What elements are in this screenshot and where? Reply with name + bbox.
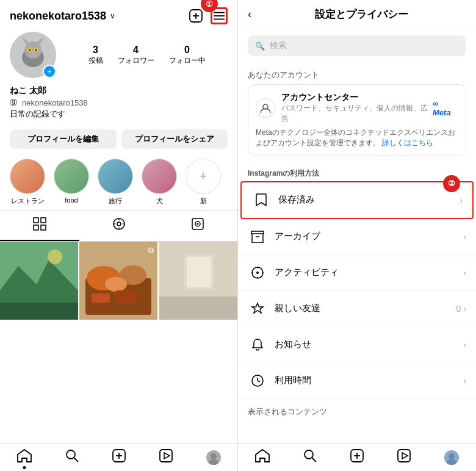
svg-point-15 (32, 52, 34, 54)
activity-chevron: › (463, 268, 466, 278)
svg-point-37 (105, 277, 127, 292)
right-header: ‹ 設定とプライバシー (238, 0, 476, 29)
account-center-title: アカウントセンター (281, 92, 433, 103)
highlight-circle-food (54, 159, 89, 194)
bell-icon (248, 335, 267, 354)
account-center-link[interactable]: 詳しくはこちら (382, 138, 433, 147)
highlight-travel[interactable]: 旅行 (98, 159, 133, 206)
highlight-add-new[interactable]: + 新 (186, 159, 221, 206)
nav-profile-left[interactable] (206, 450, 221, 465)
right-nav-search[interactable] (303, 449, 317, 466)
svg-rect-16 (34, 218, 38, 223)
close-friends-label-text: 親しい友達 (275, 303, 456, 314)
account-center-desc: Metaのテクノロジー全体のコネクテッドエクスペリエンスおよびアカウント設定を管… (256, 128, 458, 148)
back-button[interactable]: ‹ (248, 8, 251, 21)
account-center-subtitle: パスワード、セキュリティ、個人の情報、広告 (281, 103, 433, 124)
grid-cell-2[interactable]: ⧉ (79, 242, 157, 320)
tagged-icon (191, 217, 204, 234)
reels-tab-icon (112, 217, 126, 234)
activity-label-text: アクティビティ (275, 267, 463, 278)
tab-grid[interactable] (0, 211, 79, 241)
bio-text: 日常の記録です (10, 109, 228, 120)
svg-rect-42 (159, 297, 237, 320)
settings-item-notifications[interactable]: お知らせ › (238, 327, 476, 363)
profile-header: nekonekotaro1538 ∨ ① (0, 0, 237, 27)
right-nav-reels[interactable] (397, 449, 411, 466)
settings-item-saved[interactable]: 保存済み › ② (240, 181, 474, 219)
username-chevron[interactable]: ∨ (110, 12, 115, 20)
avatar-add-button[interactable]: + (43, 65, 56, 78)
right-nav-add[interactable] (350, 449, 364, 466)
tab-reels[interactable] (79, 211, 159, 241)
settings-item-activity[interactable]: アクティビティ › (238, 255, 476, 291)
nav-search[interactable] (65, 449, 79, 466)
highlight-circle-restaurant (10, 159, 45, 194)
svg-rect-17 (41, 218, 46, 223)
screen-time-label: 利用時間 (275, 375, 311, 385)
highlight-food[interactable]: food (54, 159, 89, 206)
clock-icon (248, 371, 267, 390)
highlight-add-circle: + (186, 159, 221, 194)
highlight-circle-travel (98, 159, 133, 194)
tab-tagged[interactable] (158, 211, 237, 241)
svg-point-14 (35, 49, 37, 52)
share-profile-button[interactable]: プロフィールをシェア (121, 129, 228, 149)
grid-icon (33, 217, 46, 234)
profile-avatar-nav-right (444, 450, 459, 465)
screen-time-label-text: 利用時間 (275, 375, 463, 386)
settings-item-close-friends[interactable]: 親しい友達 0 › (238, 291, 476, 327)
photo-grid-section: ⧉ (0, 242, 237, 444)
photo-grid: ⧉ (0, 242, 237, 320)
svg-point-65 (305, 450, 313, 459)
highlight-label-dog: 犬 (156, 196, 163, 206)
account-center-icon (256, 98, 275, 118)
svg-rect-39 (116, 290, 137, 303)
settings-item-archive[interactable]: アーカイブ › (238, 219, 476, 255)
posts-label: 投稿 (88, 56, 103, 66)
meta-logo: ∞ Meta (433, 99, 458, 117)
highlight-label-restaurant: レストラン (11, 196, 45, 206)
highlight-label-new: 新 (200, 196, 207, 206)
settings-item-screen-time[interactable]: 利用時間 › (238, 363, 476, 399)
action-buttons: プロフィールを編集 プロフィールをシェア (0, 124, 237, 154)
nav-add[interactable] (112, 449, 126, 466)
nav-home[interactable] (17, 449, 32, 466)
edit-profile-button[interactable]: プロフィールを編集 (10, 129, 117, 149)
nav-reels[interactable] (159, 449, 173, 466)
handle-text: nekonekotaro1538 (22, 98, 88, 107)
svg-rect-38 (92, 293, 110, 303)
settings-list: 保存済み › ② アーカイブ › (238, 181, 476, 399)
grid-cell-3[interactable] (159, 242, 237, 320)
highlight-label-food: food (65, 196, 78, 204)
saved-label: 保存済み (278, 194, 315, 204)
star-icon (248, 299, 267, 318)
reel-indicator: ⧉ (148, 245, 154, 256)
svg-line-66 (312, 458, 316, 462)
notifications-chevron: › (463, 340, 466, 350)
content-section-label: 表示されるコンテンツ (238, 399, 476, 421)
search-bar[interactable]: 🔍 検索 (248, 35, 466, 56)
svg-point-21 (117, 222, 121, 226)
highlight-dog[interactable]: 犬 (142, 159, 177, 206)
svg-line-64 (258, 381, 260, 382)
grid-cell-1[interactable] (0, 242, 78, 320)
account-section-label: あなたのアカウント (238, 62, 476, 84)
account-center-text: アカウントセンター パスワード、セキュリティ、個人の情報、広告 (281, 92, 433, 124)
right-nav-profile[interactable] (444, 450, 459, 465)
profile-username: nekonekotaro1538 (10, 10, 106, 23)
account-center-card[interactable]: アカウントセンター パスワード、セキュリティ、個人の情報、広告 ∞ Meta M… (248, 84, 466, 156)
right-nav-home[interactable] (255, 449, 270, 466)
left-panel: nekonekotaro1538 ∨ ① (0, 0, 238, 471)
highlight-restaurant[interactable]: レストラン (10, 159, 45, 206)
archive-label: アーカイブ (275, 231, 320, 241)
left-bottom-nav (0, 444, 237, 471)
saved-chevron: › (460, 195, 463, 205)
bookmark-icon (251, 190, 271, 210)
threads-icon: ⓖ (10, 98, 20, 107)
add-post-button[interactable] (187, 7, 204, 24)
settings-title: 設定とプライバシー (256, 7, 466, 21)
svg-point-45 (67, 450, 75, 459)
svg-point-13 (29, 49, 31, 52)
svg-marker-71 (402, 453, 408, 459)
header-icons: ① (187, 7, 228, 24)
